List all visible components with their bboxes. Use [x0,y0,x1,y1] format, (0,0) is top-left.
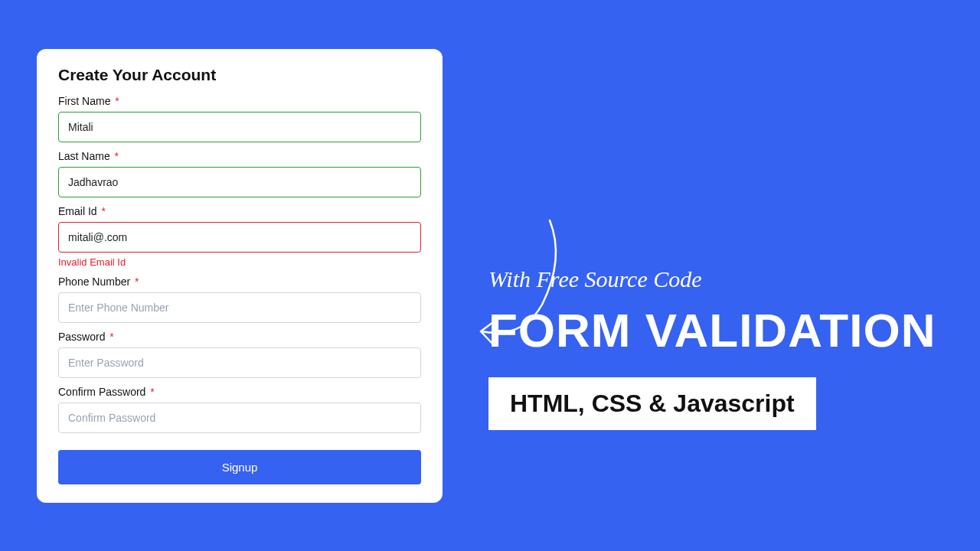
confirm-password-label-text: Confirm Password [58,386,145,398]
required-mark: * [115,95,119,107]
first-name-label-text: First Name [58,95,110,107]
last-name-label: Last Name * [58,150,421,162]
email-field: Email Id * Invalid Email Id [58,205,421,268]
signup-form-card: Create Your Account First Name * Last Na… [37,49,443,503]
signup-button[interactable]: Signup [58,450,421,484]
required-mark: * [150,386,154,398]
phone-field: Phone Number * [58,276,421,323]
arrow-icon [458,213,573,354]
password-label-text: Password [58,331,105,343]
password-label: Password * [58,331,421,343]
form-title: Create Your Account [58,66,421,84]
last-name-label-text: Last Name [58,150,110,162]
email-label-text: Email Id [58,205,97,217]
required-mark: * [135,276,139,288]
first-name-label: First Name * [58,95,421,107]
last-name-field: Last Name * [58,150,421,197]
last-name-input[interactable] [58,167,421,197]
required-mark: * [115,150,119,162]
confirm-password-label: Confirm Password * [58,386,421,398]
promo-panel: With Free Source Code FORM VALIDATION HT… [443,121,949,430]
required-mark: * [101,205,105,217]
confirm-password-field: Confirm Password * [58,386,421,433]
required-mark: * [109,331,113,343]
phone-label-text: Phone Number [58,276,130,288]
email-input[interactable] [58,222,421,253]
email-label: Email Id * [58,205,421,217]
confirm-password-input[interactable] [58,403,421,433]
phone-input[interactable] [58,292,421,323]
email-error-text: Invalid Email Id [58,256,421,268]
tech-badge: HTML, CSS & Javascript [488,377,816,430]
first-name-input[interactable] [58,112,421,142]
password-input[interactable] [58,347,421,378]
first-name-field: First Name * [58,95,421,142]
password-field: Password * [58,331,421,378]
phone-label: Phone Number * [58,276,421,288]
